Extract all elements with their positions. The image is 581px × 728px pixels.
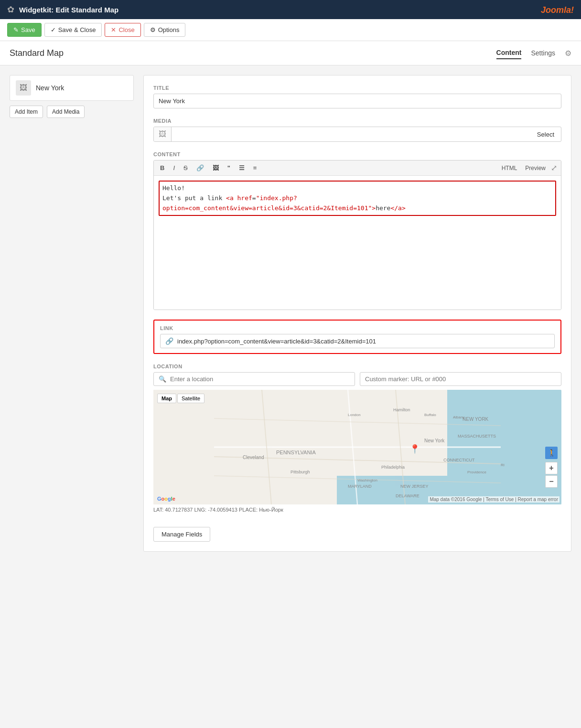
svg-text:DELAWARE: DELAWARE	[396, 493, 420, 498]
checkmark-icon: ✓	[51, 26, 56, 33]
save-button[interactable]: ✎ Save	[7, 23, 42, 37]
location-section: LOCATION 🔍	[153, 364, 561, 513]
options-button[interactable]: ⚙ Options	[144, 23, 186, 37]
italic-button[interactable]: I	[171, 163, 177, 172]
media-select-button[interactable]: Select	[530, 128, 561, 141]
svg-text:Providence: Providence	[467, 470, 487, 474]
strikethrough-button[interactable]: S	[181, 163, 190, 172]
svg-text:RI: RI	[501, 463, 505, 467]
main-content: 🖼 New York Add Item Add Media TITLE MEDI…	[0, 65, 581, 561]
svg-text:New York: New York	[424, 438, 445, 443]
save-close-label: Save & Close	[58, 26, 96, 33]
html-tab[interactable]: HTML	[499, 164, 520, 172]
svg-text:MASSACHUSETTS: MASSACHUSETTS	[458, 434, 496, 439]
bold-button[interactable]: B	[158, 163, 167, 172]
media-label: MEDIA	[153, 118, 561, 124]
app-title: Widgetkit: Edit Standard Map	[19, 6, 536, 14]
location-inputs: 🔍	[153, 372, 561, 386]
location-marker-input[interactable]	[360, 372, 561, 386]
item-name: New York	[36, 84, 64, 92]
tab-settings[interactable]: Settings	[531, 47, 555, 59]
left-panel: 🖼 New York Add Item Add Media	[10, 75, 134, 552]
media-text	[172, 131, 530, 137]
app-icon: ✿	[7, 4, 14, 15]
toolbar: ✎ Save ✓ Save & Close ✕ Close ⚙ Options	[0, 19, 581, 41]
svg-text:Cleveland: Cleveland	[243, 455, 264, 460]
google-logo: Google	[157, 496, 175, 502]
map-tab-satellite[interactable]: Satellite	[177, 394, 204, 403]
page-tabs: Content Settings ⚙	[496, 47, 571, 59]
content-section: CONTENT B I S 🔗 🖼 " ☰ ≡ HTML Preview ⤢	[153, 151, 561, 310]
map-tab-map[interactable]: Map	[157, 394, 176, 403]
svg-text:Philadelphia: Philadelphia	[381, 465, 405, 470]
close-label: Close	[118, 26, 134, 33]
svg-text:London: London	[348, 413, 361, 417]
lat-lng-text: LAT: 40.7127837 LNG: -74.0059413 PLACE: …	[153, 507, 561, 513]
editor-highlighted-code: Hello! Let's put a link <a href="index.p…	[159, 181, 556, 216]
expand-icon[interactable]: ⤢	[551, 163, 557, 172]
save-icon: ✎	[13, 26, 19, 33]
map-container: PENNSYLVANIA NEW YORK Cleveland Pittsbur…	[153, 390, 561, 504]
svg-text:Pittsburgh: Pittsburgh	[290, 470, 310, 474]
svg-text:PENNSYLVANIA: PENNSYLVANIA	[276, 450, 316, 455]
link-inner: 🔗 index.php?option=com_content&view=arti…	[160, 334, 555, 348]
search-icon: 🔍	[159, 375, 166, 383]
settings-gear-icon[interactable]: ⚙	[565, 49, 571, 58]
link-button[interactable]: 🔗	[194, 163, 206, 172]
map-tabs: Map Satellite	[157, 394, 204, 403]
left-buttons: Add Item Add Media	[10, 106, 134, 118]
manage-fields-button[interactable]: Manage Fields	[153, 527, 210, 542]
tab-content[interactable]: Content	[496, 47, 522, 59]
editor-content-area[interactable]: Hello! Let's put a link <a href="index.p…	[154, 176, 561, 310]
title-section: TITLE	[153, 85, 561, 108]
save-label: Save	[21, 26, 35, 33]
svg-text:NEW YORK: NEW YORK	[463, 417, 489, 422]
map-attribution: Map data ©2016 Google | Terms of Use | R…	[428, 496, 559, 503]
content-label: CONTENT	[153, 151, 561, 157]
svg-text:CONNECTICUT: CONNECTICUT	[443, 458, 475, 462]
svg-text:Albany: Albany	[453, 415, 464, 419]
title-input[interactable]	[153, 94, 561, 108]
zoom-out-button[interactable]: −	[545, 475, 558, 488]
add-item-button[interactable]: Add Item	[10, 106, 43, 118]
svg-line-5	[214, 418, 501, 426]
options-label: Options	[158, 26, 180, 33]
ordered-list-button[interactable]: ≡	[251, 163, 259, 172]
top-bar: ✿ Widgetkit: Edit Standard Map Joomla!	[0, 0, 581, 19]
media-icon: 🖼	[154, 127, 172, 141]
media-field: 🖼 Select	[153, 127, 561, 142]
page-title: Standard Map	[10, 48, 64, 58]
location-search-input[interactable]	[170, 375, 350, 383]
location-label: LOCATION	[153, 364, 561, 369]
item-thumbnail-icon: 🖼	[16, 80, 31, 96]
link-icon: 🔗	[165, 337, 173, 345]
page-header: Standard Map Content Settings ⚙	[0, 41, 581, 65]
item-entry[interactable]: 🖼 New York	[10, 75, 134, 101]
svg-text:Buffalo: Buffalo	[424, 413, 436, 417]
x-icon: ✕	[111, 26, 116, 33]
gear-icon: ⚙	[150, 26, 156, 33]
editor-wrapper: B I S 🔗 🖼 " ☰ ≡ HTML Preview ⤢ Hello! Le…	[153, 160, 561, 310]
zoom-in-button[interactable]: +	[545, 462, 558, 474]
quote-button[interactable]: "	[225, 163, 233, 172]
media-section: MEDIA 🖼 Select	[153, 118, 561, 142]
svg-text:Washington: Washington	[357, 478, 377, 482]
street-view-button[interactable]: 🚶	[545, 447, 558, 459]
editor-toolbar-right: HTML Preview ⤢	[499, 163, 557, 172]
link-section: LINK 🔗 index.php?option=com_content&view…	[153, 320, 561, 354]
link-value: index.php?option=com_content&view=articl…	[177, 338, 376, 345]
add-media-button[interactable]: Add Media	[47, 106, 85, 118]
map-pin: 📍	[409, 444, 420, 454]
title-label: TITLE	[153, 85, 561, 91]
map-roads-svg: PENNSYLVANIA NEW YORK Cleveland Pittsbur…	[153, 390, 561, 504]
location-search-wrapper: 🔍	[153, 372, 355, 386]
image-button[interactable]: 🖼	[210, 163, 221, 172]
link-label: LINK	[160, 325, 555, 331]
list-button[interactable]: ☰	[237, 163, 247, 172]
save-close-button[interactable]: ✓ Save & Close	[44, 23, 102, 37]
close-button[interactable]: ✕ Close	[105, 23, 140, 37]
preview-tab[interactable]: Preview	[522, 164, 549, 172]
map-controls: 🚶 + −	[545, 447, 558, 488]
svg-text:NEW JERSEY: NEW JERSEY	[400, 484, 429, 489]
joomla-logo: Joomla!	[541, 4, 574, 15]
